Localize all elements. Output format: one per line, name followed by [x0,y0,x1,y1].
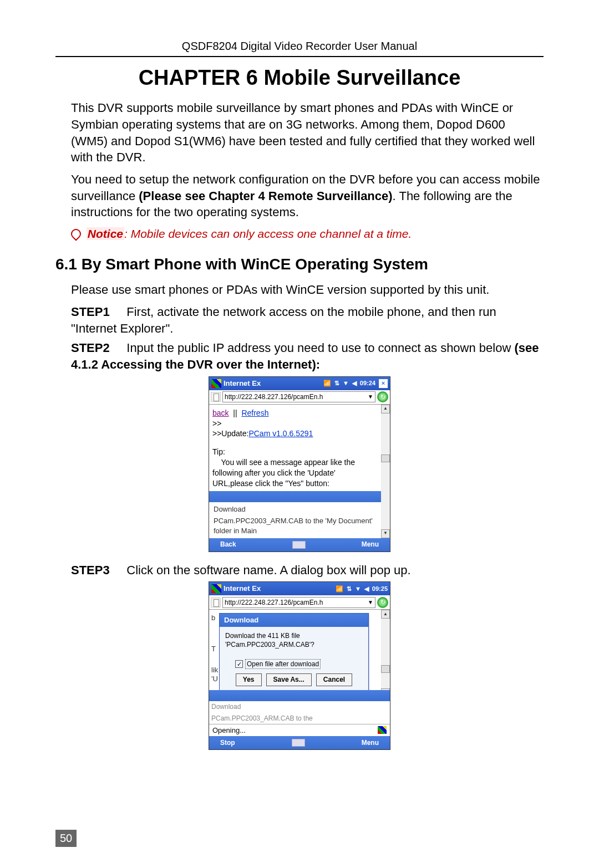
softkey-stop[interactable]: Stop [220,738,235,747]
ss2-titlebar: Internet Ex 📶 ⇅ ▼ ◀ 09:25 [209,582,390,595]
url-input[interactable]: http://222.248.227.126/pcamEn.h ▼ [222,597,375,608]
filter-icon: ▼ [355,585,361,593]
ss2-download-area: Download PCam.PPC2003_ARM.CAB to the Ope… [209,690,390,736]
ss1-content: ▲ ▼ back || Refresh >> >>Update:PCam v1.… [209,405,390,538]
softkey-menu[interactable]: Menu [362,540,379,549]
notice-line: Notice: Mobile devices can only access o… [71,226,544,242]
ss1-status-icons: 📶 ⇅ ▼ ◀ 09:24 × [323,379,388,388]
go-button[interactable]: ↻ [377,391,388,402]
step3: STEP3 Click on the software name. A dial… [71,562,544,579]
scroll-thumb[interactable] [381,455,390,462]
filter-icon: ▼ [343,379,349,387]
go-button[interactable]: ↻ [377,597,388,608]
notice-text: : Mobile devices can only access one cha… [124,227,412,240]
step2-text-a: Input the public IP address you need to … [126,341,514,355]
ss2-content: ▲ ▼ b T lik 'U Download Download the 411… [209,610,390,736]
url-dropdown-icon[interactable]: ▼ [368,393,373,401]
tip-text: You will see a message appear like the f… [212,457,378,489]
page-icon [211,392,221,402]
step1-label: STEP1 [71,305,110,319]
update-prefix: >>Update: [212,429,248,438]
open-after-download-checkbox[interactable]: ✓ Open file after download [235,659,363,669]
bg-text: lik [211,665,218,675]
ss2-time: 09:25 [372,585,388,593]
step1: STEP1 First, activate the network access… [71,304,544,336]
tip-label: Tip: [212,447,378,457]
ss1-bottom-bar: Back Menu [209,538,390,552]
wince-screenshot-2: Internet Ex 📶 ⇅ ▼ ◀ 09:25 http://222.248… [209,581,390,750]
checkbox-icon[interactable]: ✓ [235,660,243,668]
bg-text: T [211,644,216,654]
url-dropdown-icon[interactable]: ▼ [368,599,373,606]
chapter-title: CHAPTER 6 Mobile Surveillance [55,64,544,92]
bg-text: b [211,613,215,623]
ss1-titlebar: Internet Ex 📶 ⇅ ▼ ◀ 09:24 × [209,377,390,390]
ss2-bottom-bar: Stop Menu [209,736,390,749]
ss1-address-bar: http://222.248.227.126/pcamEn.h ▼ ↻ [209,390,390,405]
step3-text: Click on the software name. A dialog box… [126,563,410,577]
volume-icon: ◀ [364,585,369,593]
bg-text: 'U [211,674,218,684]
refresh-link[interactable]: Refresh [241,409,268,417]
ss1-app-title: Internet Ex [224,379,261,389]
header-rule [55,56,544,57]
ss2-dl-text1: Download [209,701,390,712]
save-as-button[interactable]: Save As... [266,673,312,686]
dialog-message: Download the 411 KB file 'PCam.PPC2003_A… [225,631,363,649]
opening-text: Opening... [212,726,246,736]
scroll-thumb[interactable] [381,665,390,673]
signal-icon: 📶 [336,585,343,593]
url-input[interactable]: http://222.248.227.126/pcamEn.h ▼ [222,391,375,402]
scroll-up-icon[interactable]: ▲ [381,405,390,413]
doc-header: QSDF8204 Digital Video Recorder User Man… [55,39,544,54]
step1-text: First, activate the network access on th… [71,305,496,335]
ss2-bluebar [209,690,390,701]
page-icon [211,598,221,607]
ss2-url: http://222.248.227.126/pcamEn.h [225,598,323,607]
ss1-bluebar [209,491,381,502]
network-icon: ⇅ [334,379,339,387]
back-link[interactable]: back [212,409,229,417]
ss2-dl-text2: PCam.PPC2003_ARM.CAB to the [209,713,390,724]
hand-icon [69,227,83,241]
wince-screenshot-1: Internet Ex 📶 ⇅ ▼ ◀ 09:24 × http://222.2… [209,376,390,552]
dialog-title: Download [220,614,368,627]
step2-label: STEP2 [71,341,110,355]
signal-icon: 📶 [323,379,331,387]
update-link[interactable]: PCam v1.0.6.5291 [248,429,313,438]
setup-paragraph: You need to setup the network configurat… [71,171,544,221]
keyboard-icon[interactable] [292,739,305,747]
page-number: 50 [55,830,77,847]
scroll-down-icon[interactable]: ▼ [381,529,390,538]
start-flag-icon[interactable] [211,584,221,593]
checkbox-label: Open file after download [245,659,321,669]
section-title: 6.1 By Smart Phone with WinCE Operating … [55,254,544,275]
step3-label: STEP3 [71,563,110,577]
intro-paragraph: This DVR supports mobile surveillance by… [71,100,544,166]
setup-text-b: (Please see Chapter 4 Remote Surveillanc… [139,189,392,203]
keyboard-icon[interactable] [292,541,306,549]
ss1-url: http://222.248.227.126/pcamEn.h [225,392,323,401]
ss2-address-bar: http://222.248.227.126/pcamEn.h ▼ ↻ [209,595,390,610]
volume-icon: ◀ [352,379,357,387]
flag-icon [378,726,387,734]
opening-bar: Opening... [209,724,390,737]
ss2-status-icons: 📶 ⇅ ▼ ◀ 09:25 [336,585,388,593]
softkey-back[interactable]: Back [220,540,236,549]
scroll-up-icon[interactable]: ▲ [381,610,390,619]
step2: STEP2 Input the public IP address you ne… [71,340,544,372]
ss1-arrows: >> [212,418,378,429]
ss1-time: 09:24 [360,379,375,387]
start-flag-icon[interactable] [211,379,221,388]
network-icon: ⇅ [347,585,352,593]
notice-label: Notice [87,227,124,240]
yes-button[interactable]: Yes [236,673,262,686]
ss1-download-file: PCam.PPC2003_ARM.CAB to the 'My Document… [212,515,378,537]
ss2-app-title: Internet Ex [224,584,261,594]
download-dialog: Download Download the 411 KB file 'PCam.… [219,613,369,692]
ss1-download-label: Download [212,503,378,515]
section-intro: Please use smart phones or PDAs with Win… [71,282,544,298]
cancel-button[interactable]: Cancel [316,673,352,686]
softkey-menu[interactable]: Menu [362,738,379,747]
close-icon[interactable]: × [379,379,388,388]
